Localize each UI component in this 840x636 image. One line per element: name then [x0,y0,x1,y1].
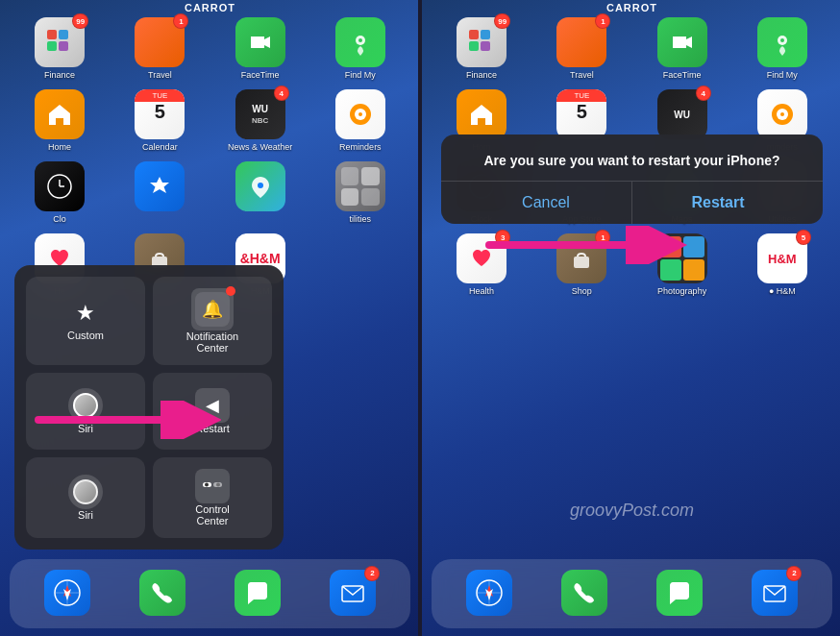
list-item[interactable]: 5 H&M ● H&M [748,233,817,296]
notification-label: NotificationCenter [186,330,238,354]
safari-r-dock-icon[interactable] [466,570,512,616]
facetime-label: FaceTime [241,70,280,80]
watermark: groovyPost.com [422,501,840,521]
home-label: Home [48,142,71,152]
mail-dock-icon[interactable]: 2 [330,570,376,616]
left-carrier: CARROT [185,0,235,13]
control-center-label: ControlCenter [195,503,229,526]
dialog-title: Are you sure you want to restart your iP… [460,152,803,169]
context-menu-custom[interactable]: ★ Custom [26,277,145,365]
home-r-icon[interactable] [457,89,506,139]
svg-marker-5 [264,37,270,48]
travel-r-icon[interactable]: 1 [556,17,606,67]
left-dock: 2 [10,559,410,628]
list-item[interactable] [125,161,194,224]
reminders-label: Reminders [339,142,382,152]
list-item[interactable]: Find My [748,17,817,80]
svg-rect-2 [47,41,57,51]
maps-icon[interactable] [235,161,285,211]
clock-icon[interactable] [35,161,85,211]
safari-dock-icon[interactable] [44,570,90,616]
calendar-r-icon[interactable]: TUE 5 [556,89,606,139]
list-item[interactable] [223,570,292,619]
list-item[interactable]: TUE 5 Calendar [125,89,194,152]
findmy-r-label: Find My [767,70,798,80]
list-item[interactable] [226,161,295,224]
left-phone-panel: CARROT 99 Finance 1 Travel F [0,0,420,636]
right-arrow [480,226,691,264]
news-r-icon[interactable]: 4 WU [657,89,707,139]
messages-dock-icon[interactable] [235,570,281,616]
list-item [326,233,395,296]
list-item[interactable]: Home [25,89,94,152]
mail-r-dock-icon[interactable]: 2 [752,570,798,616]
context-menu-siri2[interactable]: Siri [26,457,145,538]
utilities-label: tilities [350,214,372,224]
finance-icon[interactable]: 99 [35,17,85,67]
mail-badge: 2 [364,566,380,581]
facetime-r-icon[interactable] [657,17,707,67]
list-item[interactable]: 4 WUNBC News & Weather [226,89,295,152]
utilities-icon[interactable] [335,161,385,211]
restart-button[interactable]: Restart [632,182,803,224]
custom-label: Custom [36,330,136,341]
left-arrow [29,401,221,439]
siri2-icon [68,475,103,509]
list-item[interactable]: Clo [25,161,94,224]
list-item[interactable]: 1 Travel [125,17,194,80]
list-item[interactable]: 1 Travel [547,17,616,80]
svg-rect-29 [481,30,490,39]
finance-label: Finance [44,70,75,80]
notification-icon: 🔔 [191,288,234,330]
dialog-buttons: Cancel Restart [460,182,803,224]
findmy-icon[interactable] [335,17,385,67]
context-menu-control-center[interactable]: ControlCenter [153,457,272,538]
findmy-r-icon[interactable] [757,17,807,67]
restart-dialog: Are you sure you want to restart your iP… [441,135,823,224]
right-dock: 2 [432,559,832,628]
svg-point-38 [780,112,784,116]
reminders-icon[interactable] [335,89,385,139]
svg-point-19 [216,483,220,487]
photography-label: Photography [657,286,706,296]
svg-rect-1 [59,30,68,39]
list-item[interactable] [645,570,714,619]
right-phone-panel: CARROT 99 Finance 1 Travel FaceTi [422,0,840,636]
list-item[interactable] [455,570,524,619]
appstore-icon[interactable] [135,161,185,211]
hm-r-icon[interactable]: 5 H&M [757,233,807,283]
context-menu-notification[interactable]: 🔔 NotificationCenter [153,277,272,365]
cancel-button[interactable]: Cancel [460,182,632,224]
context-menu-grid2: Siri ControlCenter [26,457,272,538]
phone-dock-icon[interactable] [139,570,185,616]
app-row-r1: 99 Finance 1 Travel FaceTime [432,17,832,80]
list-item[interactable]: 2 [318,570,387,619]
messages-r-dock-icon[interactable] [656,570,703,616]
right-carrier: CARROT [606,0,657,13]
finance-r-icon[interactable]: 99 [457,17,506,67]
health-r-label: Health [469,286,494,296]
facetime-r-label: FaceTime [663,70,702,80]
list-item[interactable]: FaceTime [648,17,717,80]
app-row-1: 99 Finance 1 Travel FaceTime [10,17,410,80]
phone-r-dock-icon[interactable] [561,570,607,616]
list-item[interactable]: Reminders [326,89,395,152]
travel-icon[interactable]: 1 [135,17,185,67]
list-item[interactable] [128,570,197,619]
reminders-r-icon[interactable] [757,89,807,139]
news-icon[interactable]: 4 WUNBC [235,89,285,139]
list-item[interactable]: 99 Finance [25,17,94,80]
calendar-icon[interactable]: TUE 5 [135,89,185,139]
control-center-icon [195,469,230,503]
list-item[interactable] [33,570,102,619]
list-item[interactable]: tilities [326,161,395,224]
facetime-icon[interactable] [235,17,285,67]
app-row-2: Home TUE 5 Calendar 4 WUNBC News & Weath… [10,89,410,152]
list-item[interactable]: FaceTime [226,17,295,80]
list-item[interactable]: 2 [740,570,809,619]
list-item[interactable]: Find My [326,17,395,80]
home-icon[interactable] [35,89,85,139]
list-item[interactable]: 99 Finance [447,17,516,80]
svg-point-14 [258,183,263,188]
list-item[interactable] [550,570,619,619]
